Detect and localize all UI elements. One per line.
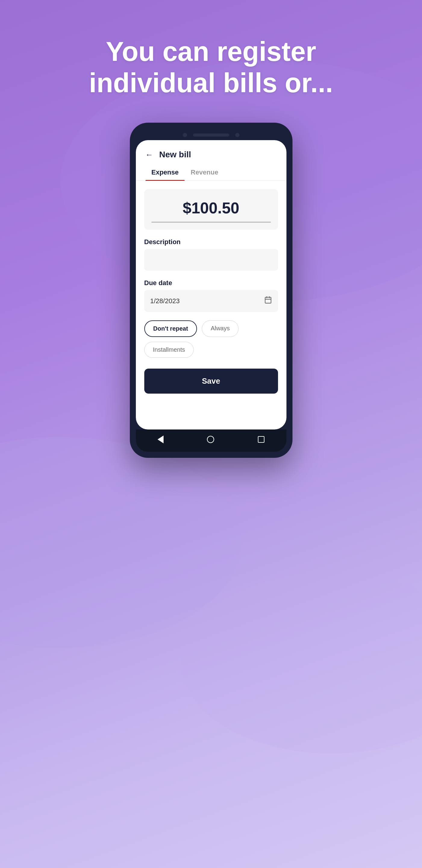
amount-value[interactable]: $100.50 <box>152 199 271 222</box>
description-label: Description <box>144 238 278 246</box>
camera-dot-left <box>183 133 187 137</box>
app-header: ← New bill <box>136 140 287 164</box>
due-date-label: Due date <box>144 279 278 287</box>
due-date-value: 1/28/2023 <box>150 297 180 305</box>
svg-rect-3 <box>265 297 271 303</box>
save-button[interactable]: Save <box>144 369 278 394</box>
repeat-option-always[interactable]: Always <box>202 320 238 337</box>
phone-bottom-bar <box>136 430 287 452</box>
hero-title: You can register individual bills or... <box>89 36 333 98</box>
phone-screen: ← New bill Expense Revenue $100.50 Descr… <box>136 140 287 430</box>
repeat-options: Don't repeat Always Installments <box>144 320 278 358</box>
hero-section: You can register individual bills or... <box>65 36 357 98</box>
phone-frame: ← New bill Expense Revenue $100.50 Descr… <box>130 123 292 458</box>
calendar-icon <box>264 296 272 306</box>
page-title: New bill <box>159 150 191 159</box>
phone-mockup: ← New bill Expense Revenue $100.50 Descr… <box>130 123 292 458</box>
phone-top-bar <box>136 129 287 140</box>
tab-expense[interactable]: Expense <box>145 164 185 181</box>
tab-bar: Expense Revenue <box>136 164 287 181</box>
svg-point-1 <box>0 437 241 648</box>
svg-point-2 <box>181 572 422 753</box>
repeat-option-installments[interactable]: Installments <box>144 342 194 358</box>
back-button[interactable]: ← <box>145 151 153 158</box>
due-date-field[interactable]: 1/28/2023 <box>144 290 278 312</box>
amount-section: $100.50 <box>144 189 278 230</box>
nav-back-button[interactable] <box>158 435 164 443</box>
description-input[interactable] <box>144 249 278 271</box>
camera-dot-right <box>235 133 239 137</box>
tab-revenue[interactable]: Revenue <box>185 164 224 181</box>
nav-recent-button[interactable] <box>258 436 264 443</box>
repeat-option-dont-repeat[interactable]: Don't repeat <box>144 320 197 337</box>
phone-speaker <box>193 133 229 136</box>
nav-home-button[interactable] <box>207 436 214 443</box>
